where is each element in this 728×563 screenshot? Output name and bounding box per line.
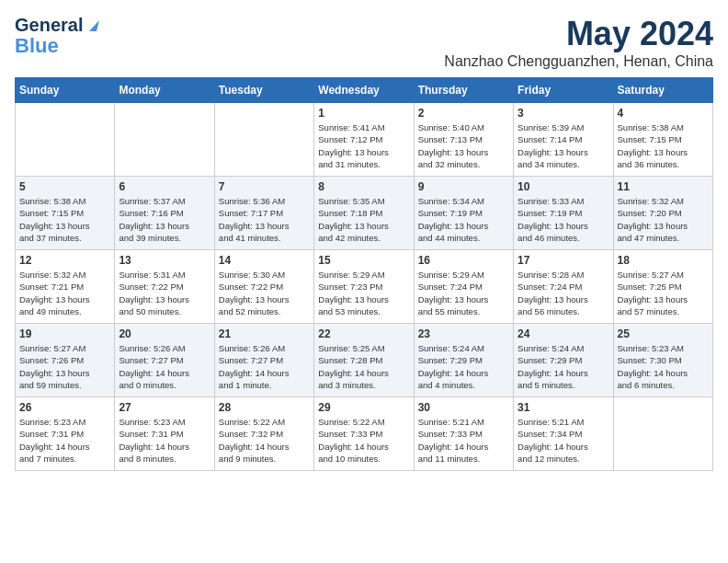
day-number: 1 <box>318 107 409 120</box>
location-title: Nanzhao Chengguanzhen, Henan, China <box>444 53 713 70</box>
day-number: 18 <box>618 254 709 267</box>
calendar-cell: 27Sunrise: 5:23 AM Sunset: 7:31 PM Dayli… <box>115 397 214 471</box>
day-number: 9 <box>418 180 509 193</box>
day-number: 5 <box>19 180 110 193</box>
day-info: Sunrise: 5:22 AM Sunset: 7:33 PM Dayligh… <box>318 416 409 465</box>
logo-general: General <box>15 15 83 35</box>
day-info: Sunrise: 5:24 AM Sunset: 7:29 PM Dayligh… <box>418 342 509 391</box>
calendar-cell: 2Sunrise: 5:40 AM Sunset: 7:13 PM Daylig… <box>414 103 513 177</box>
calendar-cell: 22Sunrise: 5:25 AM Sunset: 7:28 PM Dayli… <box>314 324 414 397</box>
calendar-cell <box>214 103 313 177</box>
day-number: 7 <box>219 180 310 193</box>
day-number: 28 <box>219 401 310 414</box>
day-info: Sunrise: 5:23 AM Sunset: 7:30 PM Dayligh… <box>618 342 709 391</box>
day-info: Sunrise: 5:23 AM Sunset: 7:31 PM Dayligh… <box>119 416 210 465</box>
day-number: 3 <box>518 107 609 120</box>
day-number: 15 <box>318 254 409 267</box>
calendar-cell: 18Sunrise: 5:27 AM Sunset: 7:25 PM Dayli… <box>613 250 712 324</box>
day-info: Sunrise: 5:28 AM Sunset: 7:24 PM Dayligh… <box>518 269 609 317</box>
day-info: Sunrise: 5:33 AM Sunset: 7:19 PM Dayligh… <box>518 195 609 244</box>
calendar-cell: 12Sunrise: 5:32 AM Sunset: 7:21 PM Dayli… <box>16 250 115 324</box>
calendar-cell: 1Sunrise: 5:41 AM Sunset: 7:12 PM Daylig… <box>314 103 414 177</box>
day-info: Sunrise: 5:36 AM Sunset: 7:17 PM Dayligh… <box>219 195 310 244</box>
day-info: Sunrise: 5:39 AM Sunset: 7:14 PM Dayligh… <box>518 121 609 170</box>
day-info: Sunrise: 5:30 AM Sunset: 7:22 PM Dayligh… <box>219 269 310 317</box>
calendar-cell: 17Sunrise: 5:28 AM Sunset: 7:24 PM Dayli… <box>514 250 613 324</box>
calendar-cell: 6Sunrise: 5:37 AM Sunset: 7:16 PM Daylig… <box>115 177 214 250</box>
calendar-cell: 9Sunrise: 5:34 AM Sunset: 7:19 PM Daylig… <box>414 177 513 250</box>
day-info: Sunrise: 5:35 AM Sunset: 7:18 PM Dayligh… <box>318 195 409 244</box>
day-number: 11 <box>618 180 709 193</box>
day-info: Sunrise: 5:27 AM Sunset: 7:25 PM Dayligh… <box>618 269 709 317</box>
svg-marker-0 <box>89 20 99 31</box>
calendar-cell: 8Sunrise: 5:35 AM Sunset: 7:18 PM Daylig… <box>314 177 414 250</box>
day-number: 29 <box>318 401 409 414</box>
calendar-cell: 3Sunrise: 5:39 AM Sunset: 7:14 PM Daylig… <box>514 103 613 177</box>
day-number: 2 <box>418 107 509 120</box>
day-number: 13 <box>119 254 210 267</box>
day-number: 24 <box>518 327 609 340</box>
logo: General Blue <box>15 15 101 57</box>
day-info: Sunrise: 5:38 AM Sunset: 7:15 PM Dayligh… <box>618 121 709 170</box>
calendar-cell: 14Sunrise: 5:30 AM Sunset: 7:22 PM Dayli… <box>214 250 313 324</box>
day-number: 8 <box>318 180 409 193</box>
day-info: Sunrise: 5:41 AM Sunset: 7:12 PM Dayligh… <box>318 121 409 170</box>
day-info: Sunrise: 5:22 AM Sunset: 7:32 PM Dayligh… <box>219 416 310 465</box>
calendar-cell: 30Sunrise: 5:21 AM Sunset: 7:33 PM Dayli… <box>414 397 513 471</box>
day-number: 17 <box>518 254 609 267</box>
day-info: Sunrise: 5:25 AM Sunset: 7:28 PM Dayligh… <box>318 342 409 391</box>
day-info: Sunrise: 5:34 AM Sunset: 7:19 PM Dayligh… <box>418 195 509 244</box>
calendar-cell: 10Sunrise: 5:33 AM Sunset: 7:19 PM Dayli… <box>514 177 613 250</box>
weekday-header-thursday: Thursday <box>414 78 513 103</box>
calendar-cell <box>115 103 214 177</box>
weekday-header-sunday: Sunday <box>16 78 115 103</box>
day-info: Sunrise: 5:23 AM Sunset: 7:31 PM Dayligh… <box>19 416 110 465</box>
day-number: 19 <box>19 327 110 340</box>
calendar-cell: 5Sunrise: 5:38 AM Sunset: 7:15 PM Daylig… <box>16 177 115 250</box>
calendar-cell: 24Sunrise: 5:24 AM Sunset: 7:29 PM Dayli… <box>514 324 613 397</box>
calendar-cell: 19Sunrise: 5:27 AM Sunset: 7:26 PM Dayli… <box>16 324 115 397</box>
day-info: Sunrise: 5:32 AM Sunset: 7:20 PM Dayligh… <box>618 195 709 244</box>
day-info: Sunrise: 5:29 AM Sunset: 7:23 PM Dayligh… <box>318 269 409 317</box>
day-number: 21 <box>219 327 310 340</box>
calendar-cell: 21Sunrise: 5:26 AM Sunset: 7:27 PM Dayli… <box>214 324 313 397</box>
day-info: Sunrise: 5:26 AM Sunset: 7:27 PM Dayligh… <box>119 342 210 391</box>
weekday-header-tuesday: Tuesday <box>214 78 313 103</box>
day-info: Sunrise: 5:31 AM Sunset: 7:22 PM Dayligh… <box>119 269 210 317</box>
day-info: Sunrise: 5:29 AM Sunset: 7:24 PM Dayligh… <box>418 269 509 317</box>
calendar-cell: 4Sunrise: 5:38 AM Sunset: 7:15 PM Daylig… <box>613 103 712 177</box>
calendar-cell: 13Sunrise: 5:31 AM Sunset: 7:22 PM Dayli… <box>115 250 214 324</box>
day-info: Sunrise: 5:24 AM Sunset: 7:29 PM Dayligh… <box>518 342 609 391</box>
day-info: Sunrise: 5:21 AM Sunset: 7:33 PM Dayligh… <box>418 416 509 465</box>
calendar-cell: 11Sunrise: 5:32 AM Sunset: 7:20 PM Dayli… <box>613 177 712 250</box>
month-title: May 2024 <box>444 15 713 53</box>
day-number: 31 <box>518 401 609 414</box>
day-number: 12 <box>19 254 110 267</box>
day-info: Sunrise: 5:37 AM Sunset: 7:16 PM Dayligh… <box>119 195 210 244</box>
calendar-week-5: 26Sunrise: 5:23 AM Sunset: 7:31 PM Dayli… <box>16 397 713 471</box>
day-number: 14 <box>219 254 310 267</box>
day-info: Sunrise: 5:40 AM Sunset: 7:13 PM Dayligh… <box>418 121 509 170</box>
weekday-header-wednesday: Wednesday <box>314 78 414 103</box>
calendar-cell: 28Sunrise: 5:22 AM Sunset: 7:32 PM Dayli… <box>214 397 313 471</box>
calendar-cell: 31Sunrise: 5:21 AM Sunset: 7:34 PM Dayli… <box>514 397 613 471</box>
day-number: 25 <box>618 327 709 340</box>
logo-blue: Blue <box>15 35 59 57</box>
weekday-header-row: SundayMondayTuesdayWednesdayThursdayFrid… <box>16 78 713 103</box>
weekday-header-monday: Monday <box>115 78 214 103</box>
calendar-cell <box>16 103 115 177</box>
calendar-cell: 23Sunrise: 5:24 AM Sunset: 7:29 PM Dayli… <box>414 324 513 397</box>
calendar-table: SundayMondayTuesdayWednesdayThursdayFrid… <box>15 77 713 471</box>
calendar-cell: 29Sunrise: 5:22 AM Sunset: 7:33 PM Dayli… <box>314 397 414 471</box>
day-number: 22 <box>318 327 409 340</box>
day-number: 10 <box>518 180 609 193</box>
day-number: 20 <box>119 327 210 340</box>
day-info: Sunrise: 5:38 AM Sunset: 7:15 PM Dayligh… <box>19 195 110 244</box>
calendar-cell: 26Sunrise: 5:23 AM Sunset: 7:31 PM Dayli… <box>16 397 115 471</box>
calendar-cell: 16Sunrise: 5:29 AM Sunset: 7:24 PM Dayli… <box>414 250 513 324</box>
title-area: May 2024 Nanzhao Chengguanzhen, Henan, C… <box>444 15 713 70</box>
day-number: 4 <box>618 107 709 120</box>
calendar-week-2: 5Sunrise: 5:38 AM Sunset: 7:15 PM Daylig… <box>16 177 713 250</box>
calendar-cell: 25Sunrise: 5:23 AM Sunset: 7:30 PM Dayli… <box>613 324 712 397</box>
calendar-cell <box>613 397 712 471</box>
